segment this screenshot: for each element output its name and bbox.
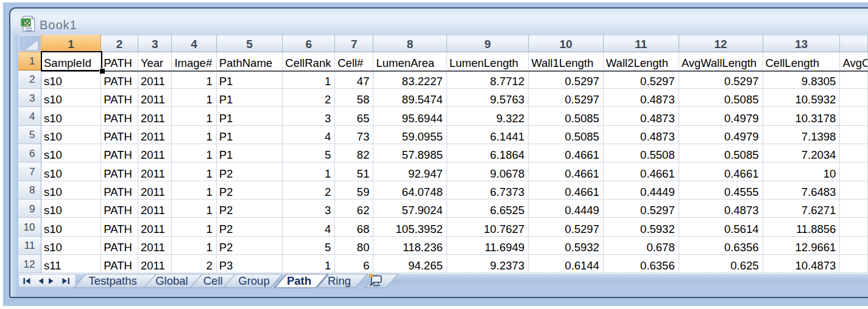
svg-text:Cell: Cell bbox=[203, 274, 223, 287]
svg-text:Testpaths: Testpaths bbox=[89, 274, 137, 287]
svg-text:Global: Global bbox=[155, 274, 188, 287]
svg-text:Group: Group bbox=[238, 274, 269, 287]
svg-text:Ring: Ring bbox=[328, 274, 351, 287]
svg-text:Path: Path bbox=[287, 274, 311, 287]
